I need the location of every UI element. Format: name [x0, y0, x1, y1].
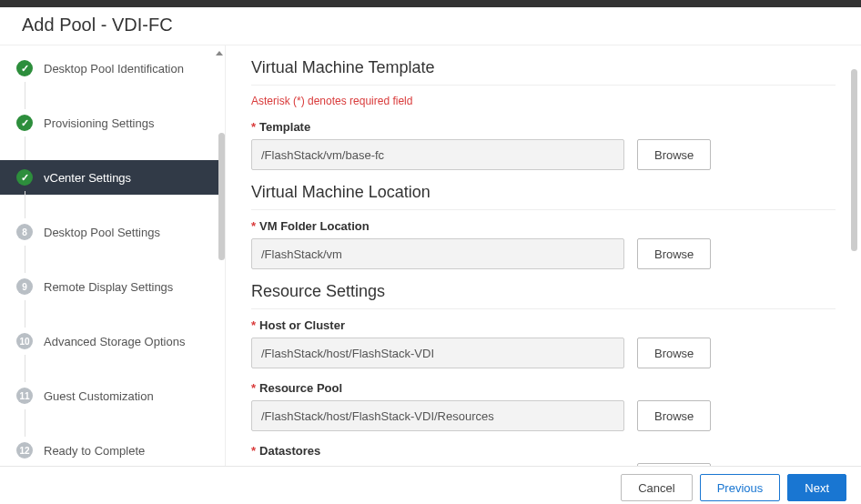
required-hint: Asterisk (*) denotes required field	[251, 95, 836, 107]
template-label: *Template	[251, 120, 836, 134]
vm-folder-input[interactable]	[251, 238, 624, 269]
add-pool-dialog: Add Pool - VDI-FC Desktop Pool Identific…	[0, 7, 861, 504]
cancel-button[interactable]: Cancel	[621, 474, 692, 501]
step-label: Guest Customization	[44, 389, 154, 403]
step-label: Provisioning Settings	[44, 116, 154, 130]
check-icon	[16, 115, 33, 131]
sidebar-scrollbar[interactable]	[218, 51, 225, 460]
dialog-body: Desktop Pool Identification Provisioning…	[0, 45, 861, 466]
browse-host-button[interactable]: Browse	[637, 338, 711, 368]
dialog-title: Add Pool - VDI-FC	[0, 7, 861, 45]
step-connector	[0, 358, 225, 378]
step-connector	[0, 195, 225, 215]
section-vm-location: Virtual Machine Location *VM Folder Loca…	[251, 183, 836, 269]
step-label: Desktop Pool Identification	[44, 62, 184, 76]
next-button[interactable]: Next	[787, 474, 846, 501]
step-connector	[0, 413, 225, 433]
step-label: Advanced Storage Options	[44, 335, 185, 348]
step-connector	[0, 140, 225, 160]
step-number-icon: 9	[16, 278, 33, 295]
step-remote-display-settings[interactable]: 9 Remote Display Settings	[0, 269, 225, 304]
section-heading: Resource Settings	[251, 282, 836, 301]
step-label: Ready to Complete	[44, 444, 145, 458]
host-cluster-label: *Host or Cluster	[251, 318, 836, 332]
datastores-label: *Datastores	[251, 444, 836, 458]
section-vm-template: Virtual Machine Template Asterisk (*) de…	[251, 58, 836, 170]
step-number-icon: 11	[16, 388, 33, 404]
wizard-sidebar: Desktop Pool Identification Provisioning…	[0, 45, 226, 466]
sidebar-scrollbar-thumb[interactable]	[218, 133, 225, 260]
browse-folder-button[interactable]: Browse	[637, 238, 711, 269]
step-ready-to-complete[interactable]: 12 Ready to Complete	[0, 433, 225, 466]
section-heading: Virtual Machine Location	[251, 183, 836, 202]
step-guest-customization[interactable]: 11 Guest Customization	[0, 378, 225, 413]
check-icon	[16, 169, 33, 186]
step-connector	[0, 304, 225, 324]
divider	[251, 209, 836, 210]
step-connector	[0, 249, 225, 269]
section-heading: Virtual Machine Template	[251, 58, 836, 77]
resource-pool-input[interactable]	[251, 400, 624, 431]
host-cluster-input[interactable]	[251, 338, 624, 368]
divider	[251, 85, 836, 86]
check-icon	[16, 60, 33, 76]
step-advanced-storage-options[interactable]: 10 Advanced Storage Options	[0, 324, 225, 358]
browse-template-button[interactable]: Browse	[637, 139, 711, 170]
step-provisioning-settings[interactable]: Provisioning Settings	[0, 106, 225, 140]
wizard-content: Virtual Machine Template Asterisk (*) de…	[226, 45, 861, 466]
step-desktop-pool-settings[interactable]: 8 Desktop Pool Settings	[0, 215, 225, 249]
dialog-footer: Cancel Previous Next	[0, 466, 861, 504]
divider	[251, 308, 836, 309]
browse-datastores-button[interactable]: Browse	[637, 463, 711, 466]
step-number-icon: 8	[16, 224, 33, 240]
content-scrollbar-thumb[interactable]	[851, 69, 857, 251]
template-input[interactable]	[251, 139, 624, 170]
step-vcenter-settings[interactable]: vCenter Settings	[0, 160, 225, 195]
step-connector	[0, 86, 225, 106]
step-number-icon: 10	[16, 333, 33, 349]
step-number-icon: 12	[16, 442, 33, 459]
step-label: Remote Display Settings	[44, 280, 173, 294]
browse-pool-button[interactable]: Browse	[637, 400, 711, 431]
section-resource-settings: Resource Settings *Host or Cluster Brows…	[251, 282, 836, 466]
resource-pool-label: *Resource Pool	[251, 381, 836, 395]
step-label: vCenter Settings	[44, 171, 131, 185]
vm-folder-label: *VM Folder Location	[251, 219, 836, 233]
step-label: Desktop Pool Settings	[44, 226, 160, 239]
content-scrollbar[interactable]	[851, 53, 857, 459]
step-desktop-pool-identification[interactable]: Desktop Pool Identification	[0, 51, 225, 86]
previous-button[interactable]: Previous	[700, 474, 781, 501]
